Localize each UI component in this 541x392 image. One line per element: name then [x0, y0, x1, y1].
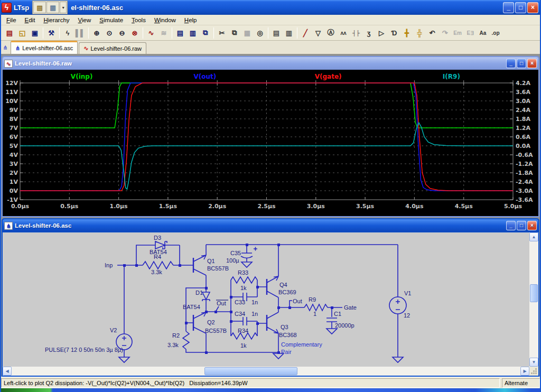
schematic-label[interactable]: 1k — [240, 342, 247, 349]
find-tool-button[interactable]: ▩ — [33, 2, 46, 13]
waveform-plot[interactable]: 0.0µs0.5µs1.0µs1.5µs2.0µs2.5µs3.0µs3.5µs… — [3, 70, 538, 216]
schematic-label[interactable]: D3 — [154, 235, 161, 241]
schematic-window-titlebar[interactable]: ⋔ Level-shifter-06.asc _ □ × — [3, 219, 538, 232]
schematic-label[interactable]: D1 — [195, 290, 203, 296]
waveform-window-titlebar[interactable]: ∿ Level-shifter-06.raw _ □ × — [3, 57, 538, 70]
schematic-label[interactable]: 12 — [404, 312, 410, 319]
capacitor-C35[interactable] — [241, 247, 257, 258]
schematic-minimize-button[interactable]: _ — [506, 221, 516, 230]
resistor-R33[interactable] — [231, 277, 257, 283]
capacitor-C34[interactable] — [243, 317, 247, 325]
spice-directive-button[interactable]: .op — [489, 27, 502, 39]
schematic-label[interactable]: 100µ — [226, 257, 239, 264]
waveform-minimize-button[interactable]: _ — [506, 59, 516, 68]
diode-D1[interactable] — [202, 292, 210, 301]
schematic-label[interactable]: V2 — [110, 327, 117, 333]
scroll-down-button[interactable]: ▼ — [529, 358, 538, 367]
ground-symbol-c35[interactable] — [241, 262, 252, 267]
cascade-windows-button[interactable]: ⧉ — [199, 27, 212, 39]
transistor-Q1[interactable] — [193, 255, 206, 275]
move-button[interactable]: ╋ — [400, 27, 413, 39]
schematic-label[interactable]: C1 — [334, 311, 341, 317]
schematic-label[interactable]: Q1 — [207, 258, 215, 264]
place-capacitor-button[interactable]: ┤├ — [350, 27, 362, 39]
schematic-label[interactable]: PULSE(7 12 0 50n 50n 3µ 8µ) — [45, 347, 123, 353]
schematic-vscrollbar[interactable]: ▲ ▼ — [529, 232, 538, 367]
taskbar-sliver[interactable] — [0, 388, 541, 392]
schematic-label[interactable]: BC557B — [207, 265, 229, 272]
zoom-region-button[interactable]: ⊙ — [103, 27, 116, 39]
menu-view[interactable]: View — [74, 16, 96, 24]
zoom-full-extents-button[interactable]: ⊗ — [128, 27, 141, 39]
zoom-out-button[interactable]: ⊖ — [116, 27, 128, 39]
legend-V(inp)[interactable]: V(inp) — [71, 73, 93, 80]
tile-vertical-button[interactable]: ▥ — [186, 27, 199, 39]
schematic-label[interactable]: Complementary — [281, 341, 322, 348]
plot-settings-button[interactable]: ∿ — [145, 27, 157, 39]
transistor-Q2[interactable] — [193, 312, 206, 333]
transistor-Q3[interactable] — [267, 312, 278, 333]
schematic-close-button[interactable]: × — [527, 221, 537, 230]
zoom-in-button[interactable]: ⊕ — [90, 27, 103, 39]
place-text-button[interactable]: Aa — [477, 27, 489, 39]
place-ground-button[interactable]: ▽ — [312, 27, 324, 39]
find-button[interactable]: ◎ — [254, 27, 266, 39]
schematic-label[interactable]: Out — [217, 300, 226, 306]
drag-button[interactable]: ╬ — [413, 27, 426, 39]
diode-D3[interactable] — [155, 241, 167, 249]
schematic-label[interactable]: V1 — [404, 290, 411, 296]
control-panel-button[interactable]: ⚒ — [45, 27, 58, 39]
place-inductor-button[interactable]: ʒ — [362, 27, 375, 39]
scroll-right-button[interactable]: ▶ — [520, 367, 529, 376]
capacitor-C1[interactable] — [327, 318, 337, 322]
waveform-maximize-button[interactable]: □ — [517, 59, 526, 68]
waveform-plot-area[interactable]: 0.0µs0.5µs1.0µs1.5µs2.0µs2.5µs3.0µs3.5µs… — [3, 70, 538, 216]
tile-horizontal-button[interactable]: ▤ — [174, 27, 186, 39]
schematic-label[interactable]: 20000p — [335, 322, 355, 329]
new-schematic-button[interactable]: ▤ — [3, 27, 16, 39]
schematic-maximize-button[interactable]: □ — [517, 221, 526, 230]
schematic-label[interactable]: Q4 — [279, 282, 287, 288]
scroll-up-button[interactable]: ▲ — [529, 232, 538, 241]
schematic-label[interactable]: BC368 — [279, 332, 297, 338]
tab-raw[interactable]: ∿Level-shifter-06.raw — [79, 42, 146, 54]
place-resistor-button[interactable]: ʌʌ — [337, 27, 350, 39]
place-diode-button[interactable]: ▷ — [375, 27, 388, 39]
window-menu-icon[interactable]: ⋔ — [1, 43, 10, 52]
transistor-Q4[interactable] — [267, 276, 278, 297]
save-file-button[interactable]: ▣ — [29, 27, 41, 39]
resize-grip[interactable] — [529, 367, 538, 376]
schematic-label[interactable]: R2 — [172, 332, 180, 339]
maximize-button[interactable]: □ — [515, 2, 526, 13]
legend-I(R9)[interactable]: I(R9) — [443, 73, 460, 80]
schematic-label[interactable]: Gate — [344, 304, 357, 311]
schematic-label[interactable]: 1 — [313, 311, 316, 317]
ground-symbol-c1[interactable] — [327, 329, 337, 334]
schematic-label[interactable]: BC369 — [278, 289, 296, 295]
schematic-label[interactable]: Q3 — [281, 324, 288, 330]
voltage-source-V1[interactable] — [389, 297, 406, 314]
schematic-label[interactable]: R33 — [238, 269, 248, 276]
vscroll-thumb[interactable] — [530, 284, 538, 302]
legend-V(gate)[interactable]: V(gate) — [315, 73, 342, 80]
menu-hierarchy[interactable]: Hierarchy — [39, 16, 73, 24]
menu-file[interactable]: File — [2, 16, 21, 24]
close-button[interactable]: × — [527, 2, 538, 13]
toolbar-dropdown-button[interactable]: ▼ — [60, 2, 67, 13]
print-button[interactable]: ▤ — [270, 27, 283, 39]
minimize-button[interactable]: _ — [503, 2, 514, 13]
ground-symbol-v1[interactable] — [393, 357, 403, 362]
run-simulation-button[interactable]: ϟ — [61, 27, 74, 39]
menu-tools[interactable]: Tools — [127, 16, 150, 24]
resistor-R9[interactable] — [304, 304, 328, 311]
menu-help[interactable]: Help — [180, 16, 201, 24]
schematic-label[interactable]: Pair — [281, 349, 292, 355]
schematic-label[interactable]: BC557B — [205, 328, 227, 334]
copy-button[interactable]: ⧉ — [228, 27, 241, 39]
place-component-button[interactable]: Ɗ — [388, 27, 400, 39]
schematic-label[interactable]: 1k — [240, 285, 247, 291]
resistor-R2[interactable] — [183, 331, 189, 349]
schematic-label[interactable]: C33 — [235, 299, 245, 305]
resistor-R4[interactable] — [143, 262, 173, 269]
schematic-label[interactable]: C34 — [235, 311, 245, 317]
